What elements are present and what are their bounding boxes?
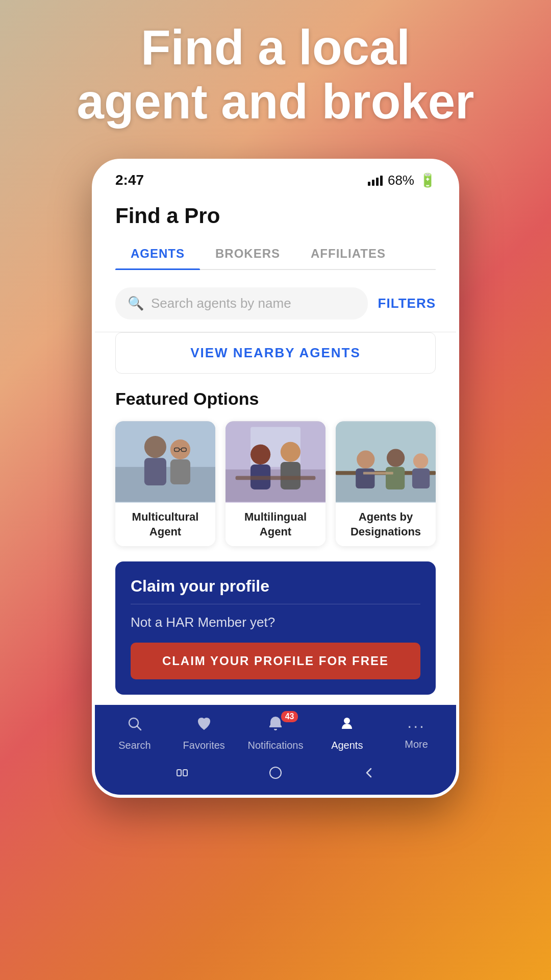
- svg-point-24: [413, 454, 428, 469]
- nav-agents-label: Agents: [331, 740, 363, 751]
- nav-search-label: Search: [118, 740, 151, 751]
- tab-brokers[interactable]: BROKERS: [200, 238, 295, 269]
- claim-subtitle: Not a HAR Member yet?: [131, 615, 420, 630]
- search-area: 🔍 Search agents by name FILTERS: [95, 275, 456, 332]
- nav-search[interactable]: Search: [109, 715, 160, 751]
- svg-point-14: [281, 442, 300, 462]
- tab-agents[interactable]: AGENTS: [115, 238, 200, 269]
- card-multilingual[interactable]: Multilingual Agent: [226, 421, 325, 546]
- svg-rect-16: [236, 476, 316, 480]
- card-designations-label: Agents by Designations: [336, 503, 436, 546]
- svg-point-22: [387, 449, 405, 467]
- svg-point-32: [270, 767, 281, 778]
- svg-point-29: [344, 718, 350, 724]
- svg-rect-30: [177, 770, 181, 776]
- view-nearby-button[interactable]: VIEW NEARBY AGENTS: [128, 345, 423, 361]
- card-multicultural-label: Multicultural Agent: [115, 503, 215, 546]
- nav-agents[interactable]: Agents: [321, 715, 372, 751]
- back-button[interactable]: [362, 766, 376, 783]
- tab-bar: AGENTS BROKERS AFFILIATES: [115, 238, 436, 270]
- svg-rect-23: [386, 467, 405, 489]
- claim-profile-button[interactable]: CLAIM YOUR PROFILE FOR FREE: [131, 643, 420, 679]
- svg-point-12: [251, 445, 270, 464]
- claim-divider: [131, 604, 420, 604]
- hero-title: Find a local agent and broker: [46, 20, 505, 128]
- claim-section: Claim your profile Not a HAR Member yet?…: [115, 561, 436, 695]
- featured-title: Featured Options: [115, 389, 436, 409]
- svg-rect-5: [170, 459, 190, 484]
- battery-level: 68%: [388, 173, 414, 188]
- signal-icon: [368, 175, 383, 186]
- home-button[interactable]: [268, 766, 283, 783]
- svg-point-2: [144, 436, 166, 458]
- status-right: 68% 🔋: [368, 173, 436, 188]
- nav-more[interactable]: ··· More: [391, 717, 442, 750]
- more-nav-icon: ···: [407, 717, 425, 736]
- nav-favorites[interactable]: Favorites: [179, 715, 230, 751]
- search-nav-icon: [127, 715, 143, 737]
- app-content: Find a Pro AGENTS BROKERS AFFILIATES 🔍 S…: [95, 193, 456, 695]
- phone-frame: 2:47 68% 🔋 Find a Pro AGENTS BROKERS: [92, 159, 459, 798]
- android-nav-bar: [95, 756, 456, 795]
- featured-cards: Multicultural Agent: [115, 421, 436, 546]
- status-bar: 2:47 68% 🔋: [95, 162, 456, 193]
- card-multicultural[interactable]: Multicultural Agent: [115, 421, 215, 546]
- status-time: 2:47: [115, 172, 144, 188]
- search-input[interactable]: Search agents by name: [151, 296, 291, 311]
- favorites-nav-icon: [196, 715, 212, 737]
- nav-notifications-label: Notifications: [248, 740, 304, 751]
- card-designations[interactable]: Agents by Designations: [336, 421, 436, 546]
- search-input-wrap[interactable]: 🔍 Search agents by name: [115, 287, 368, 320]
- card-multilingual-label: Multilingual Agent: [226, 503, 325, 546]
- svg-rect-21: [356, 469, 374, 488]
- svg-rect-31: [183, 770, 187, 776]
- nav-more-label: More: [405, 739, 428, 750]
- nav-favorites-label: Favorites: [183, 740, 225, 751]
- battery-icon: 🔋: [419, 173, 436, 188]
- filters-button[interactable]: FILTERS: [378, 296, 436, 311]
- svg-rect-10: [226, 470, 325, 502]
- svg-point-20: [357, 451, 374, 469]
- tab-affiliates[interactable]: AFFILIATES: [295, 238, 401, 269]
- nav-notifications[interactable]: 43 Notifications: [248, 715, 304, 751]
- bottom-nav: Search Favorites 43 Notifications: [95, 705, 456, 756]
- recents-button[interactable]: [175, 766, 189, 783]
- claim-title: Claim your profile: [131, 577, 420, 596]
- notification-badge: 43: [281, 711, 298, 722]
- view-nearby-section: VIEW NEARBY AGENTS: [115, 332, 436, 374]
- page-title: Find a Pro: [115, 204, 436, 228]
- svg-rect-26: [363, 472, 393, 475]
- agents-nav-icon: [339, 715, 355, 737]
- featured-section: Featured Options: [95, 384, 456, 556]
- search-icon: 🔍: [128, 296, 144, 311]
- svg-rect-15: [281, 462, 300, 489]
- svg-rect-25: [412, 469, 430, 488]
- svg-line-28: [137, 726, 141, 730]
- svg-rect-3: [144, 458, 166, 485]
